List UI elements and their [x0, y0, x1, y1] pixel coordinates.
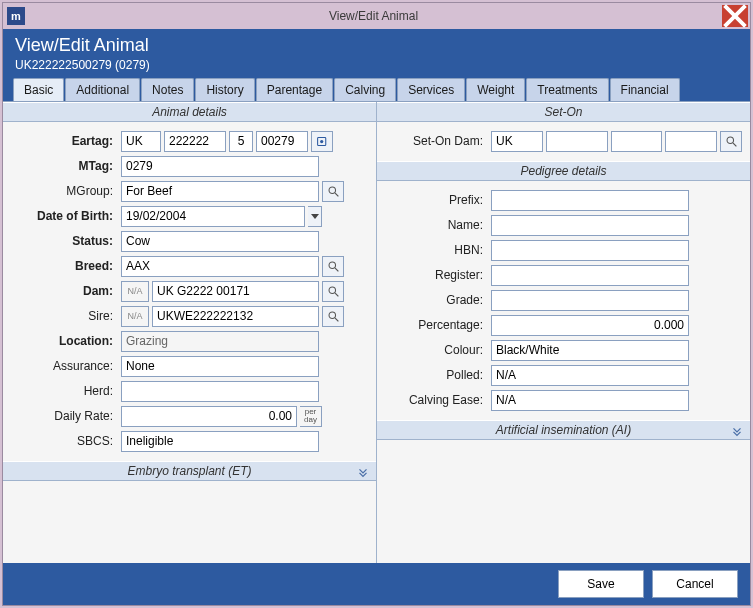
right-column: Set-On Set-On Dam: Pedigree details: [377, 102, 750, 563]
cancel-button[interactable]: Cancel: [652, 570, 738, 598]
label-sbcs: SBCS:: [11, 434, 121, 448]
sire-field[interactable]: [152, 306, 319, 327]
grade-field[interactable]: [491, 290, 689, 311]
seton-checkdigit[interactable]: [611, 131, 663, 152]
save-button[interactable]: Save: [558, 570, 644, 598]
svg-line-5: [335, 268, 338, 271]
tab-parentage[interactable]: Parentage: [256, 78, 333, 101]
svg-point-1: [320, 139, 323, 142]
svg-point-8: [329, 312, 336, 319]
seton-animal[interactable]: [665, 131, 717, 152]
label-polled: Polled:: [385, 368, 491, 382]
close-button[interactable]: [722, 5, 748, 27]
dob-dropdown[interactable]: [308, 206, 322, 227]
tab-bar: Basic Additional Notes History Parentage…: [3, 78, 750, 101]
label-dam: Dam:: [11, 284, 121, 298]
tab-financial[interactable]: Financial: [610, 78, 680, 101]
prefix-field[interactable]: [491, 190, 689, 211]
svg-point-10: [727, 137, 734, 144]
tab-history[interactable]: History: [195, 78, 254, 101]
tab-additional[interactable]: Additional: [65, 78, 140, 101]
svg-point-6: [329, 287, 336, 294]
tab-calving[interactable]: Calving: [334, 78, 396, 101]
sire-lookup-button[interactable]: [322, 306, 344, 327]
status-field[interactable]: [121, 231, 319, 252]
register-field[interactable]: [491, 265, 689, 286]
search-icon: [327, 310, 340, 323]
eartag-checkdigit[interactable]: [229, 131, 253, 152]
section-ai[interactable]: Artificial insemination (AI): [377, 420, 750, 440]
tag-icon: [316, 135, 329, 148]
et-expand-button[interactable]: [356, 465, 370, 482]
calving-ease-field[interactable]: [491, 390, 689, 411]
header: View/Edit Animal UK222222500279 (0279): [3, 29, 750, 78]
animal-details-body: Eartag: MTag: MG: [3, 122, 376, 461]
search-icon: [327, 285, 340, 298]
svg-point-2: [329, 187, 336, 194]
svg-line-7: [335, 293, 338, 296]
mgroup-field[interactable]: [121, 181, 319, 202]
dam-na-badge: N/A: [121, 281, 149, 302]
search-icon: [327, 185, 340, 198]
herd-field[interactable]: [121, 381, 319, 402]
ai-expand-button[interactable]: [730, 424, 744, 441]
eartag-herd[interactable]: [164, 131, 226, 152]
percentage-field[interactable]: [491, 315, 689, 336]
daily-rate-field[interactable]: [121, 406, 297, 427]
expand-down-icon: [730, 424, 744, 438]
label-grade: Grade:: [385, 293, 491, 307]
left-column: Animal details Eartag: MTag:: [3, 102, 377, 563]
label-prefix: Prefix:: [385, 193, 491, 207]
mtag-field[interactable]: [121, 156, 319, 177]
eartag-animal[interactable]: [256, 131, 308, 152]
close-icon: [722, 3, 748, 29]
polled-field[interactable]: [491, 365, 689, 386]
mgroup-lookup-button[interactable]: [322, 181, 344, 202]
svg-point-4: [329, 262, 336, 269]
section-seton: Set-On: [377, 102, 750, 122]
chevron-down-icon: [311, 214, 319, 219]
sbcs-field[interactable]: [121, 431, 319, 452]
tab-treatments[interactable]: Treatments: [526, 78, 608, 101]
search-icon: [725, 135, 738, 148]
label-register: Register:: [385, 268, 491, 282]
window: m View/Edit Animal View/Edit Animal UK22…: [2, 2, 751, 606]
breed-lookup-button[interactable]: [322, 256, 344, 277]
label-dob: Date of Birth:: [11, 209, 121, 223]
label-hbn: HBN:: [385, 243, 491, 257]
section-pedigree: Pedigree details: [377, 161, 750, 181]
section-animal-details: Animal details: [3, 102, 376, 122]
tab-notes[interactable]: Notes: [141, 78, 194, 101]
app-icon: m: [7, 7, 25, 25]
tab-services[interactable]: Services: [397, 78, 465, 101]
breed-field[interactable]: [121, 256, 319, 277]
window-title: View/Edit Animal: [25, 9, 722, 23]
seton-herd[interactable]: [546, 131, 608, 152]
label-name: Name:: [385, 218, 491, 232]
label-location: Location:: [11, 334, 121, 348]
svg-line-9: [335, 318, 338, 321]
eartag-action-button[interactable]: [311, 131, 333, 152]
label-daily: Daily Rate:: [11, 409, 121, 423]
colour-field[interactable]: [491, 340, 689, 361]
svg-line-11: [733, 143, 736, 146]
page-title: View/Edit Animal: [15, 35, 738, 56]
hbn-field[interactable]: [491, 240, 689, 261]
name-field[interactable]: [491, 215, 689, 236]
location-field: [121, 331, 319, 352]
search-icon: [327, 260, 340, 273]
tab-weight[interactable]: Weight: [466, 78, 525, 101]
label-colour: Colour:: [385, 343, 491, 357]
dob-field[interactable]: [121, 206, 305, 227]
seton-body: Set-On Dam:: [377, 122, 750, 161]
section-et[interactable]: Embryo transplant (ET): [3, 461, 376, 481]
assurance-field[interactable]: [121, 356, 319, 377]
seton-country[interactable]: [491, 131, 543, 152]
dam-lookup-button[interactable]: [322, 281, 344, 302]
tab-basic[interactable]: Basic: [13, 78, 64, 101]
dam-field[interactable]: [152, 281, 319, 302]
sire-na-badge: N/A: [121, 306, 149, 327]
seton-lookup-button[interactable]: [720, 131, 742, 152]
label-calving-ease: Calving Ease:: [385, 393, 491, 407]
eartag-country[interactable]: [121, 131, 161, 152]
